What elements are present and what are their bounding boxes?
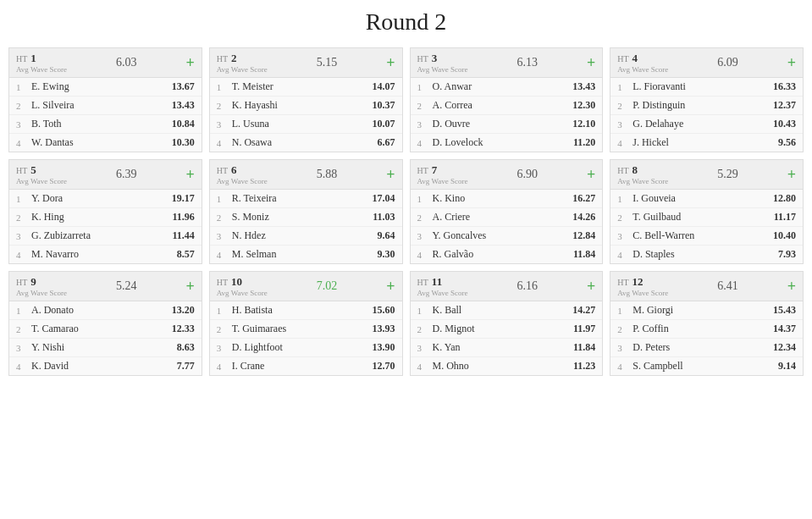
ht-text-3: HT — [417, 54, 428, 63]
ht-num-12: 12 — [632, 275, 644, 289]
heats-grid: HT1Avg Wave Score6.03+1E. Ewing13.672L. … — [8, 47, 804, 376]
surfer-row: 4K. David7.77 — [9, 357, 202, 375]
plus-icon-5[interactable]: + — [185, 166, 194, 184]
surfer-row: 2L. Silveira13.43 — [9, 97, 202, 115]
ht-num-4: 4 — [632, 52, 638, 65]
plus-icon-1[interactable]: + — [185, 54, 194, 72]
surfer-name: L. Silveira — [28, 99, 172, 112]
surfer-name: Y. Nishi — [28, 341, 177, 354]
plus-icon-2[interactable]: + — [386, 54, 395, 72]
heat-header-10: HT10Avg Wave Score7.02+ — [210, 272, 402, 301]
ht-text-2: HT — [217, 54, 228, 63]
surfer-rank: 2 — [16, 101, 28, 111]
surfer-rank: 3 — [417, 231, 429, 241]
surfer-score: 12.34 — [773, 341, 796, 354]
ht-text-11: HT — [417, 278, 428, 287]
ht-num-6: 6 — [231, 163, 237, 177]
surfer-rank: 4 — [617, 362, 629, 372]
surfer-row: 3D. Ouvre12.10 — [411, 115, 603, 134]
avg-label-1: Avg Wave Score — [16, 65, 67, 74]
surfer-rank: 2 — [16, 324, 28, 334]
surfer-score: 14.26 — [572, 211, 595, 224]
plus-icon-12[interactable]: + — [787, 278, 796, 295]
surfer-rank: 3 — [617, 119, 629, 130]
surfer-rank: 2 — [417, 213, 429, 223]
surfer-score: 7.93 — [778, 248, 796, 261]
surfer-row: 3G. Zubizarreta11.44 — [9, 227, 202, 246]
surfer-rank: 3 — [217, 231, 229, 241]
surfer-name: M. Giorgi — [629, 304, 773, 317]
surfer-row: 1Y. Dora19.17 — [9, 190, 202, 208]
ht-text-9: HT — [16, 278, 27, 287]
surfer-name: D. Lovelock — [429, 136, 573, 149]
avg-label-2: Avg Wave Score — [217, 65, 268, 74]
surfer-row: 1M. Giorgi15.43 — [610, 301, 803, 320]
heat-header-4: HT4Avg Wave Score6.09+ — [610, 48, 803, 78]
surfer-row: 2K. Hayashi10.37 — [210, 97, 402, 115]
surfer-score: 16.27 — [572, 192, 595, 205]
surfer-name: W. Dantas — [28, 136, 172, 149]
avg-label-12: Avg Wave Score — [617, 289, 668, 297]
surfer-score: 11.84 — [573, 248, 595, 261]
surfer-row: 4J. Hickel9.56 — [610, 134, 803, 152]
surfer-score: 13.93 — [373, 323, 395, 335]
surfer-rank: 2 — [617, 324, 629, 334]
surfer-rank: 3 — [16, 231, 28, 241]
surfer-score: 11.17 — [774, 211, 796, 224]
surfer-row: 4M. Navarro8.57 — [9, 246, 202, 263]
surfer-row: 4M. Ohno11.23 — [411, 357, 603, 375]
surfer-name: P. Distinguin — [629, 99, 773, 112]
surfer-rank: 4 — [217, 362, 229, 372]
plus-icon-8[interactable]: + — [787, 166, 796, 184]
plus-icon-4[interactable]: + — [787, 54, 796, 72]
surfer-row: 1K. Kino16.27 — [411, 190, 603, 208]
surfer-row: 2K. Hing11.96 — [9, 208, 202, 227]
surfer-rank: 4 — [617, 250, 629, 260]
surfer-rank: 3 — [617, 231, 629, 241]
heat-block-7: HT7Avg Wave Score6.90+1K. Kino16.272A. C… — [410, 159, 604, 264]
surfer-rank: 2 — [16, 213, 28, 223]
surfer-score: 10.37 — [373, 99, 395, 112]
surfer-rank: 1 — [417, 82, 429, 92]
surfer-name: E. Ewing — [28, 80, 172, 93]
surfer-score: 12.10 — [572, 118, 595, 130]
surfer-row: 2A. Criere14.26 — [411, 208, 603, 227]
surfer-name: D. Lightfoot — [229, 341, 373, 354]
avg-score-9: 5.24 — [116, 279, 137, 293]
heat-header-2: HT2Avg Wave Score5.15+ — [210, 48, 402, 78]
surfer-rank: 2 — [217, 101, 229, 111]
surfer-rank: 3 — [217, 343, 229, 353]
surfer-name: D. Peters — [629, 341, 773, 354]
surfer-row: 3B. Toth10.84 — [9, 115, 202, 134]
plus-icon-6[interactable]: + — [386, 166, 395, 184]
surfer-score: 14.37 — [773, 323, 796, 335]
surfer-row: 2A. Correa12.30 — [411, 97, 603, 115]
surfer-score: 9.64 — [378, 229, 395, 242]
surfer-score: 12.84 — [572, 229, 595, 242]
surfer-name: G. Delahaye — [629, 118, 773, 130]
surfer-name: C. Bell-Warren — [629, 229, 773, 242]
surfer-rank: 4 — [16, 138, 28, 148]
surfer-score: 10.43 — [773, 118, 796, 130]
ht-num-10: 10 — [231, 275, 242, 289]
plus-icon-3[interactable]: + — [587, 54, 595, 72]
surfer-score: 12.80 — [773, 192, 796, 205]
surfer-name: K. Hing — [28, 211, 172, 224]
surfer-score: 12.70 — [373, 360, 395, 373]
surfer-name: N. Hdez — [229, 229, 378, 242]
plus-icon-10[interactable]: + — [386, 278, 395, 295]
heat-block-3: HT3Avg Wave Score6.13+1O. Anwar13.432A. … — [410, 47, 604, 152]
avg-score-5: 6.39 — [116, 168, 137, 181]
avg-score-12: 6.41 — [717, 279, 738, 293]
surfer-rank: 2 — [217, 324, 229, 334]
plus-icon-11[interactable]: + — [587, 278, 595, 295]
plus-icon-7[interactable]: + — [587, 166, 595, 184]
plus-icon-9[interactable]: + — [185, 278, 194, 295]
heat-block-1: HT1Avg Wave Score6.03+1E. Ewing13.672L. … — [8, 47, 202, 152]
surfer-name: R. Galvão — [429, 248, 573, 261]
surfer-rank: 2 — [417, 101, 429, 111]
surfer-score: 9.14 — [778, 360, 796, 373]
surfer-row: 1H. Batista15.60 — [210, 301, 402, 320]
ht-num-11: 11 — [432, 275, 442, 289]
surfer-rank: 1 — [617, 82, 629, 92]
